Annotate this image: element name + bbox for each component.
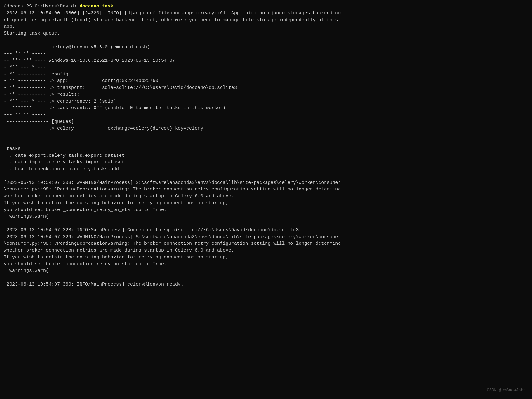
terminal-output-line: - *** --- * --- .> concurrency: 2 (solo)	[4, 98, 528, 105]
terminal-output-line: warnings.warn(	[4, 213, 528, 220]
terminal-output-line: app.	[4, 23, 528, 30]
terminal-output-line: - ** ---------- .> transport: sqla+sqlit…	[4, 84, 528, 91]
terminal-blank-line	[4, 173, 528, 180]
terminal-output-line: -- ******* ---- Windows-10-10.0.22621-SP…	[4, 57, 528, 64]
terminal-output-line: \consumer.py:498: CPendingDeprecationWar…	[4, 186, 528, 193]
terminal-output-line: [tasks]	[4, 146, 528, 152]
terminal-output-line: \consumer.py:498: CPendingDeprecationWar…	[4, 240, 528, 247]
terminal-output-line: . data_export.celery_tasks.export_datase…	[4, 152, 528, 159]
terminal-output-line: . data_import.celery_tasks.import_datase…	[4, 159, 528, 166]
terminal-output-line: [2023-06-13 10:54:07,329: WARNING/MainPr…	[4, 234, 528, 241]
terminal-output-line: --- ***** -----	[4, 112, 528, 118]
terminal-output-line: - ** ---------- [config]	[4, 71, 528, 78]
terminal-output-line: --- ***** -----	[4, 50, 528, 57]
terminal-blank-line	[4, 132, 528, 139]
terminal-content: (docca) PS C:\Users\David> doccano task[…	[4, 3, 528, 288]
terminal-output-line: --------------- celery@lenvon v5.3.0 (em…	[4, 44, 528, 51]
terminal-output-line: - *** --- * ---	[4, 64, 528, 71]
terminal-output-line: . health_check.contrib.celery.tasks.add	[4, 166, 528, 173]
terminal-output-line: [2023-06-13 10:54:07,360: INFO/MainProce…	[4, 281, 528, 288]
terminal-output-line: [2023-06-13 10:54:07,308: WARNING/MainPr…	[4, 180, 528, 186]
terminal-output-line: warnings.warn(	[4, 267, 528, 274]
terminal-output-line: - ** ---------- .> app: config:0x2274bb2…	[4, 78, 528, 84]
terminal-output-line: - ** ---------- .> results:	[4, 91, 528, 98]
command-text: doccano task	[80, 4, 113, 9]
terminal-output-line: --------------- [queues]	[4, 118, 528, 125]
watermark-label: CSDN @cxSnowJohn	[487, 387, 526, 393]
terminal-blank-line	[4, 139, 528, 146]
terminal-output-line: nfigured, using default (local) storage …	[4, 17, 528, 24]
terminal-output-line: If you wish to retain the existing behav…	[4, 254, 528, 261]
terminal-blank-line	[4, 220, 528, 227]
terminal-prompt-line: (docca) PS C:\Users\David> doccano task	[4, 3, 528, 10]
terminal-output-line: .> celery exchange=celery(direct) key=ce…	[4, 125, 528, 132]
terminal-output-line: whether broker connection retries are ma…	[4, 247, 528, 254]
terminal-output-line: If you wish to retain the existing behav…	[4, 200, 528, 207]
terminal-output-line: [2023-06-13 10:54:00 +0800] [24320] [INF…	[4, 10, 528, 17]
terminal-window: (docca) PS C:\Users\David> doccano task[…	[4, 3, 528, 396]
terminal-output-line: you should set broker_connection_retry_o…	[4, 261, 528, 268]
terminal-output-line: you should set broker_connection_retry_o…	[4, 207, 528, 214]
terminal-output-line: -- ******* ---- .> task events: OFF (ena…	[4, 105, 528, 112]
terminal-output-line: [2023-06-13 10:54:07,328: INFO/MainProce…	[4, 227, 528, 234]
terminal-output-line: whether broker connection retries are ma…	[4, 193, 528, 200]
prompt-text: (docca) PS C:\Users\David>	[4, 4, 80, 9]
terminal-blank-line	[4, 274, 528, 281]
terminal-blank-line	[4, 37, 528, 44]
terminal-output-line: Starting task queue.	[4, 30, 528, 37]
